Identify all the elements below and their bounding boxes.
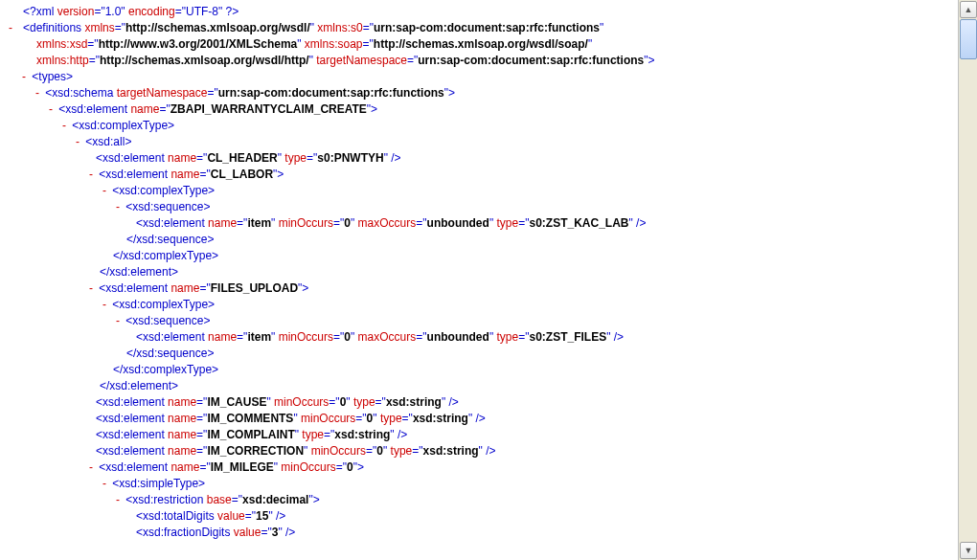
collapse-toggle[interactable]: -	[113, 313, 123, 329]
scroll-track[interactable]	[959, 59, 977, 541]
scroll-down-button[interactable]: ▼	[960, 542, 977, 559]
collapse-toggle[interactable]: -	[86, 167, 96, 183]
im-milege-open[interactable]: - <xsd:element name="IM_MILEGE" minOccur…	[6, 459, 958, 476]
simpletype-open[interactable]: - <xsd:simpleType>	[6, 476, 958, 492]
collapse-toggle[interactable]: -	[46, 101, 56, 118]
xml-tree-view: <?xml version="1.0" encoding="UTF-8" ?> …	[0, 0, 958, 560]
im-complaint-element: <xsd:element name="IM_COMPLAINT" type="x…	[6, 427, 958, 443]
restriction-open[interactable]: - <xsd:restriction base="xsd:decimal">	[6, 492, 958, 508]
im-cause-element: <xsd:element name="IM_CAUSE" minOccurs="…	[6, 394, 958, 411]
files-upload-seq-close: </xsd:sequence>	[6, 346, 958, 362]
collapse-toggle[interactable]: -	[86, 459, 96, 476]
totaldigits-element: <xsd:totalDigits value="15" />	[6, 508, 958, 525]
types-open[interactable]: - <types>	[6, 69, 958, 85]
cl-labor-seq-close: </xsd:sequence>	[6, 232, 958, 248]
scroll-thumb[interactable]	[960, 19, 977, 59]
im-correction-element: <xsd:element name="IM_CORRECTION" minOcc…	[6, 443, 958, 459]
cl-header-element: <xsd:element name="CL_HEADER" type="s0:P…	[6, 150, 958, 167]
schema-open[interactable]: - <xsd:schema targetNamespace="urn:sap-c…	[6, 85, 958, 101]
im-comments-element: <xsd:element name="IM_COMMENTS" minOccur…	[6, 411, 958, 427]
element-zbapi-open[interactable]: - <xsd:element name="ZBAPI_WARRANTYCLAIM…	[6, 101, 958, 118]
cl-labor-open[interactable]: - <xsd:element name="CL_LABOR">	[6, 167, 958, 183]
collapse-toggle[interactable]: -	[113, 199, 123, 215]
cl-labor-ct-close: </xsd:complexType>	[6, 248, 958, 264]
definitions-open[interactable]: -<definitions xmlns="http://schemas.xmls…	[6, 20, 958, 36]
cl-labor-seq-open[interactable]: - <xsd:sequence>	[6, 199, 958, 215]
collapse-toggle[interactable]: -	[19, 69, 29, 85]
collapse-toggle[interactable]: -	[113, 492, 123, 508]
definitions-attrs-2: xmlns:xsd="http://www.w3.org/2001/XMLSch…	[6, 36, 958, 53]
fractiondigits-element: <xsd:fractionDigits value="3" />	[6, 525, 958, 541]
files-upload-seq-open[interactable]: - <xsd:sequence>	[6, 313, 958, 329]
collapse-toggle[interactable]: -	[59, 118, 69, 134]
collapse-toggle[interactable]: -	[100, 476, 109, 492]
cl-labor-ct-open[interactable]: - <xsd:complexType>	[6, 183, 958, 199]
complextype-open[interactable]: - <xsd:complexType>	[6, 118, 958, 134]
all-open[interactable]: - <xsd:all>	[6, 134, 958, 150]
files-upload-ct-close: </xsd:complexType>	[6, 362, 958, 378]
definitions-attrs-3: xmlns:http="http://schemas.xmlsoap.org/w…	[6, 53, 958, 69]
files-upload-open[interactable]: - <xsd:element name="FILES_UPLOAD">	[6, 280, 958, 297]
vertical-scrollbar[interactable]: ▲ ▼	[958, 0, 977, 560]
files-upload-item: <xsd:element name="item" minOccurs="0" m…	[6, 329, 958, 346]
collapse-toggle[interactable]: -	[100, 297, 109, 313]
files-upload-ct-open[interactable]: - <xsd:complexType>	[6, 297, 958, 313]
collapse-toggle[interactable]: -	[33, 85, 42, 101]
xml-declaration: <?xml version="1.0" encoding="UTF-8" ?>	[6, 4, 958, 20]
collapse-toggle[interactable]: -	[86, 280, 96, 297]
collapse-toggle[interactable]: -	[100, 183, 109, 199]
scroll-up-button[interactable]: ▲	[960, 1, 977, 18]
collapse-toggle[interactable]: -	[73, 134, 82, 150]
collapse-toggle[interactable]: -	[6, 20, 15, 36]
cl-labor-item: <xsd:element name="item" minOccurs="0" m…	[6, 215, 958, 232]
files-upload-close: </xsd:element>	[6, 378, 958, 394]
cl-labor-close: </xsd:element>	[6, 264, 958, 280]
